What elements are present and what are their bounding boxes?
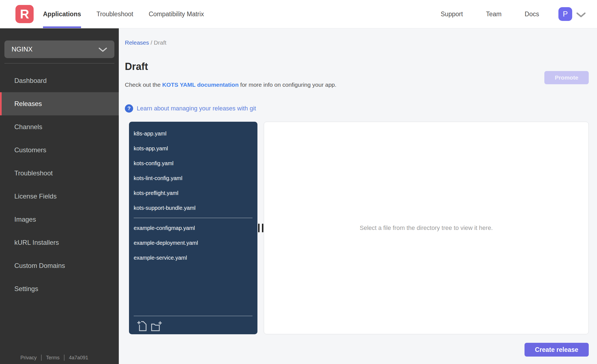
app-selector-value: NGINX [12,45,33,53]
file-item-kots-preflight[interactable]: kots-preflight.yaml [129,186,257,200]
build-hash: 4a7a091 [69,355,88,361]
resize-grip-bar [258,224,259,232]
file-tree-actions-bar [129,313,257,334]
sidebar-item-troubleshoot[interactable]: Troubleshoot [0,162,119,185]
nav-tab-troubleshoot[interactable]: Troubleshoot [89,0,141,28]
sidebar-item-customers[interactable]: Customers [0,138,119,162]
sidebar-item-releases[interactable]: Releases [0,92,119,115]
logo-letter: R [20,7,29,21]
terms-link[interactable]: Terms [46,355,60,361]
file-tree-group-divider [134,218,252,218]
file-item-example-configmap[interactable]: example-configmap.yaml [129,221,257,235]
app-selector-dropdown[interactable]: NGINX [4,40,114,58]
file-item-kots-app[interactable]: kots-app.yaml [129,141,257,156]
replicated-logo: R [15,5,34,23]
file-tree-root-group: k8s-app.yaml kots-app.yaml kots-config.y… [129,122,257,215]
file-tree-actions [129,319,257,334]
nav-tab-label: Troubleshoot [96,10,133,18]
sidebar-item-dashboard[interactable]: Dashboard [0,69,119,92]
help-icon-glyph: ? [127,105,131,112]
primary-nav-tabs: Applications Troubleshoot Compatibility … [35,0,212,28]
file-viewer-placeholder: Select a file from the directory tree to… [360,224,493,232]
description-suffix: for more info on configuring your app. [239,82,337,88]
avatar-initial: P [563,10,568,18]
sidebar-item-settings[interactable]: Settings [0,277,119,300]
sidebar-item-channels[interactable]: Channels [0,115,119,138]
git-help-row: ? Learn about managing your releases wit… [125,104,256,113]
file-item-example-deployment[interactable]: example-deployment.yaml [129,235,257,250]
sidebar-item-images[interactable]: Images [0,208,119,231]
footer-separator [41,355,42,361]
nav-link-support[interactable]: Support [429,10,475,18]
resize-grip-bar [262,224,263,232]
git-releases-help-link[interactable]: Learn about managing your releases with … [137,105,256,112]
panel-resize-handle[interactable] [257,223,264,233]
nav-link-docs[interactable]: Docs [513,10,551,18]
promote-button[interactable]: Promote [544,71,589,84]
sidebar-footer: Privacy Terms 4a7a091 [20,353,88,362]
breadcrumb: Releases / Draft [125,39,166,46]
file-viewer-panel: Select a file from the directory tree to… [264,122,589,334]
file-tree-panel: k8s-app.yaml kots-app.yaml kots-config.y… [129,122,257,334]
file-tree-actions-divider [134,316,252,316]
nav-link-team[interactable]: Team [474,10,513,18]
create-release-button[interactable]: Create release [525,343,589,357]
file-item-kots-lint-config[interactable]: kots-lint-config.yaml [129,171,257,186]
app-sidebar: NGINX Dashboard Releases Channels Custom… [0,28,119,364]
page-description: Check out the KOTS YAML documentation fo… [125,82,337,88]
breadcrumb-separator: / [150,39,152,46]
new-file-icon [137,320,147,332]
new-file-button[interactable] [137,320,147,332]
top-nav-right: Support Team Docs P [429,7,597,21]
main-content: Releases / Draft Draft Check out the KOT… [119,28,597,364]
sidebar-item-kurl-installers[interactable]: kURL Installers [0,231,119,254]
release-editor-panels: k8s-app.yaml kots-app.yaml kots-config.y… [125,122,589,334]
nav-tab-label: Compatibility Matrix [149,10,204,18]
new-folder-icon [150,320,162,332]
sidebar-item-license-fields[interactable]: License Fields [0,185,119,208]
panel-gap [257,122,264,334]
avatar-menu-chevron-down-icon[interactable] [576,12,586,18]
nav-tab-applications[interactable]: Applications [35,0,89,28]
chevron-down-icon [98,47,107,52]
help-question-icon: ? [125,104,133,113]
breadcrumb-current: Draft [154,39,166,46]
user-avatar[interactable]: P [558,7,572,21]
sidebar-divider [4,63,114,64]
nav-tab-label: Applications [43,10,81,18]
breadcrumb-releases-link[interactable]: Releases [125,39,149,46]
privacy-link[interactable]: Privacy [20,355,37,361]
page-title: Draft [125,61,148,72]
file-item-kots-support-bundle[interactable]: kots-support-bundle.yaml [129,200,257,215]
sidebar-item-custom-domains[interactable]: Custom Domains [0,254,119,277]
nav-tab-compatibility-matrix[interactable]: Compatibility Matrix [141,0,212,28]
file-tree-example-group: example-configmap.yaml example-deploymen… [129,221,257,265]
kots-yaml-documentation-link[interactable]: KOTS YAML documentation [162,82,238,88]
file-item-example-service[interactable]: example-service.yaml [129,250,257,265]
new-folder-button[interactable] [150,320,162,332]
footer-separator [64,355,64,361]
file-item-k8s-app[interactable]: k8s-app.yaml [129,126,257,141]
file-item-kots-config[interactable]: kots-config.yaml [129,156,257,171]
description-prefix: Check out the [125,82,162,88]
top-navigation-bar: R Applications Troubleshoot Compatibilit… [0,0,597,28]
sidebar-menu: Dashboard Releases Channels Customers Tr… [0,69,119,300]
